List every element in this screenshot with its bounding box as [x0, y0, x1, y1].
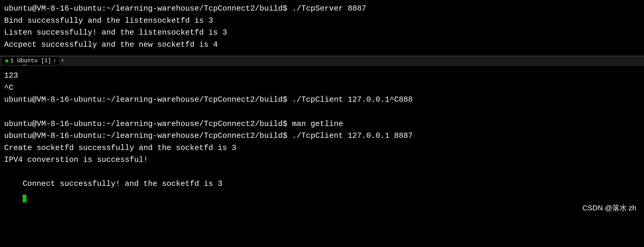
tab-ubuntu[interactable]: 1 Ubuntu [1] × — [2, 57, 59, 65]
top-terminal: ubuntu@VM-8-16-ubuntu:~/learning-warehou… — [0, 0, 644, 56]
bottom-terminal: 123 ^C ubuntu@VM-8-16-ubuntu:~/learning-… — [0, 66, 644, 218]
bottom-line-6: ubuntu@VM-8-16-ubuntu:~/learning-warehou… — [4, 130, 640, 142]
tab-label: 1 Ubuntu [1] — [10, 58, 51, 64]
bottom-line-8: IPV4 converstion is successful! — [4, 154, 640, 166]
bottom-line-9: Connect successfully! and the socketfd i… — [4, 166, 640, 214]
bottom-line-5: ubuntu@VM-8-16-ubuntu:~/learning-warehou… — [4, 118, 640, 130]
watermark: CSDN @落水 zh — [582, 203, 636, 213]
bottom-cursor — [23, 195, 26, 202]
tab-close-button[interactable]: × — [53, 58, 56, 63]
tab-add-button[interactable]: + — [61, 57, 64, 64]
top-line-4: Accpect successfully and the new socketf… — [4, 39, 640, 51]
top-line-2: Bind successfully and the listensocketfd… — [4, 15, 640, 27]
bottom-empty-line — [4, 106, 640, 118]
bottom-line-1: 123 — [4, 70, 640, 82]
top-line-3: Listen successfully! and the listensocke… — [4, 27, 640, 39]
bottom-line-2: ^C — [4, 82, 640, 94]
tab-dot-icon — [5, 59, 8, 62]
bottom-line-7: Create socketfd successfully and the soc… — [4, 142, 640, 154]
bottom-last-line-text: Connect successfully! and the socketfd i… — [23, 179, 222, 188]
bottom-line-3: ubuntu@VM-8-16-ubuntu:~/learning-warehou… — [4, 94, 640, 106]
tab-bar: 1 Ubuntu [1] × + — [0, 56, 644, 66]
top-line-1: ubuntu@VM-8-16-ubuntu:~/learning-warehou… — [4, 3, 640, 15]
